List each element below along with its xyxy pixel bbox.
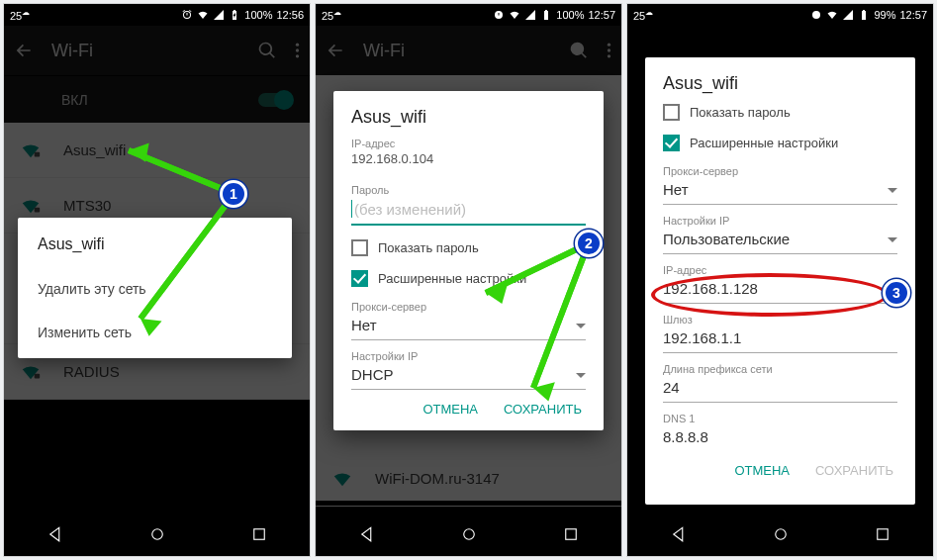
clock: 12:57	[899, 9, 927, 21]
page-title: Wi-Fi	[363, 41, 551, 61]
search-icon[interactable]	[569, 41, 589, 60]
svg-point-16	[608, 54, 610, 57]
wifi-item-dom[interactable]: WiFi-DOM.ru-3147	[316, 451, 621, 507]
nav-back-icon[interactable]	[358, 525, 376, 543]
phone-screenshot-1: 25☁ 100% 12:56 Wi-Fi ВКЛ Asus_wifi	[4, 4, 310, 556]
proxy-label: Прокси-сервер	[663, 165, 897, 177]
advanced-options-label: Расширенные настройки	[690, 136, 838, 150]
svg-point-23	[463, 529, 474, 540]
static-ip-input[interactable]: 192.168.1.128	[663, 276, 897, 304]
dns1-input[interactable]: 8.8.8.8	[663, 424, 897, 451]
show-password-label: Показать пароль	[690, 105, 791, 120]
wifi-item-label: Asus_wifi	[63, 141, 126, 158]
nav-home-icon[interactable]	[148, 525, 166, 543]
battery-icon	[858, 9, 870, 21]
ip-address-label: IP-адрес	[351, 138, 586, 149]
save-button[interactable]: СОХРАНИТЬ	[504, 402, 582, 417]
battery-pct: 100%	[556, 9, 584, 21]
password-label: Пароль	[351, 184, 586, 196]
wifi-master-toggle[interactable]: ВКЛ	[4, 75, 310, 123]
back-icon[interactable]	[14, 41, 34, 60]
overflow-icon[interactable]	[607, 41, 611, 60]
switch-on-icon[interactable]	[258, 93, 292, 107]
prefix-length-label: Длина префикса сети	[663, 363, 897, 375]
search-icon[interactable]	[257, 41, 277, 60]
show-password-label: Показать пароль	[378, 240, 479, 255]
svg-point-12	[151, 529, 162, 540]
ip-settings-label: Настройки IP	[351, 350, 586, 362]
save-button[interactable]: СОХРАНИТЬ	[815, 463, 893, 478]
nav-back-icon[interactable]	[670, 525, 688, 543]
svg-point-25	[775, 529, 786, 540]
gateway-input[interactable]: 192.168.1.1	[663, 326, 897, 353]
show-password-checkbox[interactable]: Показать пароль	[351, 239, 586, 256]
checkbox-checked-icon	[663, 135, 680, 151]
page-title: Wi-Fi	[51, 41, 239, 61]
wifi-signal-lock-icon	[20, 195, 42, 217]
alarm-icon	[810, 9, 822, 21]
svg-point-0	[296, 44, 299, 47]
svg-rect-13	[253, 529, 264, 540]
battery-icon	[229, 9, 240, 21]
checkbox-checked-icon	[351, 270, 368, 287]
battery-icon	[540, 9, 552, 21]
modify-network-option[interactable]: Изменить сеть	[18, 311, 292, 354]
signal-icon	[842, 9, 854, 21]
ip-settings-label: Настройки IP	[663, 215, 897, 227]
wifi-item-label: WiFi-DOM.ru-3147	[375, 470, 500, 487]
battery-pct: 99%	[874, 9, 895, 21]
context-menu-title: Asus_wifi	[18, 226, 292, 267]
nav-recent-icon[interactable]	[250, 525, 268, 543]
nav-back-icon[interactable]	[47, 525, 64, 543]
app-bar: Wi-Fi	[316, 26, 621, 75]
wifi-signal-lock-icon	[20, 361, 42, 383]
svg-point-15	[608, 48, 610, 51]
clock: 12:57	[588, 9, 615, 21]
status-bar: 25☁ 99% 12:57	[627, 4, 933, 26]
ip-settings-dropdown[interactable]: Пользовательские	[663, 227, 897, 254]
cancel-button[interactable]: ОТМЕНА	[734, 463, 790, 478]
signal-icon	[524, 9, 536, 21]
svg-rect-26	[877, 529, 888, 540]
wifi-item-label: MTS30	[63, 197, 111, 214]
nav-home-icon[interactable]	[772, 525, 790, 543]
nav-recent-icon[interactable]	[874, 525, 891, 543]
annotation-badge-3: 3	[883, 279, 910, 307]
prefix-length-input[interactable]: 24	[663, 375, 897, 403]
forget-network-option[interactable]: Удалить эту сеть	[18, 267, 292, 311]
advanced-options-checkbox[interactable]: Расширенные настройки	[351, 270, 586, 287]
wifi-icon	[509, 9, 520, 21]
nav-home-icon[interactable]	[460, 525, 478, 543]
annotation-badge-2: 2	[575, 230, 603, 257]
checkbox-unchecked-icon	[663, 104, 680, 121]
dialog-title: Asus_wifi	[663, 73, 897, 94]
overflow-icon[interactable]	[295, 41, 300, 60]
password-input[interactable]: (без изменений)	[351, 196, 586, 226]
phone-screenshot-2: 25☁ 100% 12:57 Wi-Fi WiFi-DOM.ru-3147 As…	[316, 4, 621, 556]
dialog-title: Asus_wifi	[351, 107, 586, 128]
nav-bar	[627, 513, 933, 556]
modify-network-dialog: Asus_wifi IP-адрес 192.168.0.104 Пароль …	[333, 91, 604, 430]
battery-pct: 100%	[244, 9, 272, 21]
toggle-label: ВКЛ	[61, 92, 88, 108]
advanced-options-checkbox[interactable]: Расширенные настройки	[663, 135, 897, 151]
wifi-icon	[197, 9, 209, 21]
status-bar: 25☁ 100% 12:57	[316, 4, 621, 26]
ip-settings-dropdown[interactable]: DHCP	[351, 362, 586, 390]
nav-recent-icon[interactable]	[562, 525, 580, 543]
proxy-dropdown[interactable]: Нет	[351, 313, 586, 340]
cancel-button[interactable]: ОТМЕНА	[422, 402, 478, 417]
signal-icon	[213, 9, 225, 21]
wifi-signal-lock-icon	[20, 140, 42, 161]
status-bar: 25☁ 100% 12:56	[4, 4, 310, 26]
back-icon[interactable]	[326, 41, 345, 60]
nav-bar	[316, 513, 621, 556]
show-password-checkbox[interactable]: Показать пароль	[663, 104, 897, 121]
checkbox-unchecked-icon	[351, 239, 368, 256]
ip-address-value: 192.168.0.104	[351, 149, 586, 174]
proxy-dropdown[interactable]: Нет	[663, 177, 897, 205]
wifi-item-asus[interactable]: Asus_wifi	[4, 123, 310, 178]
wifi-context-menu: Asus_wifi Удалить эту сеть Изменить сеть	[18, 218, 292, 358]
weather-temp: 25☁	[633, 8, 653, 22]
annotation-badge-1: 1	[220, 180, 247, 208]
